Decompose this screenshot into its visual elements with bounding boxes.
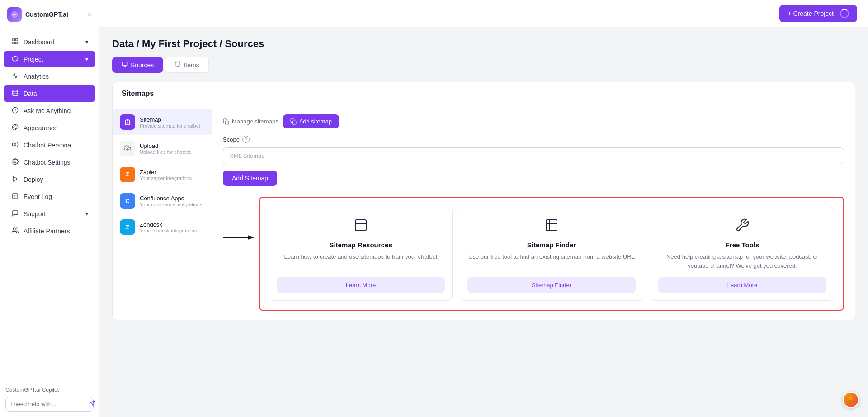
support-label: Support bbox=[24, 210, 46, 218]
cards-section: Sitemap Resources Learn how to create an… bbox=[259, 197, 844, 311]
add-sitemap-submit-button[interactable]: Add Sitemap bbox=[223, 171, 277, 186]
sidebar-item-project[interactable]: Project ▾ bbox=[4, 51, 95, 67]
panel-body: Sitemap Provide sitemap for chatbot. Upl… bbox=[113, 105, 855, 320]
svg-rect-27 bbox=[292, 121, 296, 124]
upload-nav-text: Upload Upload files for chatbot. bbox=[140, 142, 192, 155]
chatbot-persona-icon bbox=[11, 141, 19, 149]
sidebar-item-event-log[interactable]: Event Log bbox=[4, 189, 95, 205]
free-tools-title: Free Tools bbox=[726, 241, 760, 249]
panel-title: Sitemaps bbox=[122, 90, 846, 98]
panel-nav-zendesk[interactable]: Z Zendesk Your zendesk integrations. bbox=[113, 214, 212, 240]
sidebar-item-chatbot-persona[interactable]: Chatbot Persona bbox=[4, 137, 95, 153]
chevron-down-icon: ▾ bbox=[85, 39, 88, 45]
sitemap-resources-btn[interactable]: Learn More bbox=[277, 277, 445, 293]
svg-point-30 bbox=[849, 396, 853, 400]
scope-row: Scope ? bbox=[223, 136, 844, 143]
panel-nav-upload[interactable]: Upload Upload files for chatbot. bbox=[113, 135, 212, 161]
add-sitemap-button[interactable]: Add sitemap bbox=[283, 114, 339, 128]
arrow-indicator bbox=[223, 197, 259, 242]
sitemap-finder-title: Sitemap Finder bbox=[527, 241, 576, 249]
analytics-icon bbox=[11, 72, 19, 81]
user-avatar[interactable] bbox=[843, 392, 859, 408]
copilot-input-wrap bbox=[5, 397, 94, 412]
bell-icon[interactable]: ○ bbox=[87, 10, 92, 19]
svg-marker-29 bbox=[248, 235, 255, 240]
appearance-icon bbox=[11, 124, 19, 132]
manage-icon bbox=[223, 118, 229, 125]
sitemap-finder-icon bbox=[544, 218, 559, 236]
main-panel: Sitemaps Sitemap Provide sitemap for cha… bbox=[112, 82, 855, 320]
sidebar-item-dashboard[interactable]: Dashboard ▾ bbox=[4, 34, 95, 50]
analytics-label: Analytics bbox=[24, 73, 49, 80]
card-free-tools: Free Tools Need help creating a sitemap … bbox=[651, 207, 834, 301]
sidebar-item-analytics[interactable]: Analytics bbox=[4, 68, 95, 85]
svg-rect-4 bbox=[15, 42, 17, 44]
zapier-nav-text: Zapier Your zapier integrations. bbox=[140, 169, 193, 181]
manage-sitemaps-button[interactable]: Manage sitemaps bbox=[223, 118, 278, 125]
tab-sources[interactable]: Sources bbox=[112, 57, 163, 73]
sidebar-item-data[interactable]: Data bbox=[4, 85, 95, 102]
svg-point-11 bbox=[13, 128, 14, 128]
create-project-button[interactable]: + Create Project bbox=[779, 5, 857, 22]
chevron-down-icon: ▾ bbox=[85, 211, 88, 217]
svg-point-18 bbox=[13, 228, 15, 230]
sitemap-resources-icon bbox=[354, 218, 368, 236]
panel-right-header: Manage sitemaps Add sitemap bbox=[223, 114, 844, 128]
svg-marker-14 bbox=[13, 176, 17, 181]
sitemap-finder-btn[interactable]: Sitemap Finder bbox=[467, 277, 636, 293]
panel-nav-sitemap[interactable]: Sitemap Provide sitemap for chatbot. bbox=[113, 109, 212, 135]
logo-icon bbox=[7, 7, 22, 22]
svg-point-13 bbox=[14, 161, 16, 163]
svg-point-0 bbox=[11, 11, 18, 18]
tabs-bar: Sources Items bbox=[112, 57, 855, 73]
copilot-send-icon[interactable] bbox=[89, 400, 95, 408]
event-log-label: Event Log bbox=[24, 193, 52, 200]
zendesk-nav-icon: Z bbox=[120, 219, 135, 235]
items-tab-icon bbox=[175, 61, 181, 69]
sidebar-item-chatbot-settings[interactable]: Chatbot Settings bbox=[4, 154, 95, 171]
sitemap-nav-text: Sitemap Provide sitemap for chatbot. bbox=[140, 116, 202, 128]
scope-help-icon[interactable]: ? bbox=[242, 136, 250, 143]
avatar-image bbox=[845, 394, 856, 405]
sitemap-url-input[interactable] bbox=[223, 147, 844, 164]
scope-label: Scope bbox=[223, 136, 240, 143]
logo-text: CustomGPT.ai bbox=[25, 11, 68, 18]
zendesk-nav-text: Zendesk Your zendesk integrations. bbox=[140, 221, 198, 233]
sidebar-item-affiliate-partners[interactable]: Affiliate Partners bbox=[4, 223, 95, 239]
copilot-input[interactable] bbox=[10, 401, 86, 408]
free-tools-btn[interactable]: Learn More bbox=[658, 277, 826, 293]
sidebar-item-deploy[interactable]: Deploy bbox=[4, 171, 95, 188]
svg-point-9 bbox=[16, 127, 17, 127]
add-sitemap-submit-label: Add Sitemap bbox=[232, 175, 268, 182]
sidebar-item-appearance[interactable]: Appearance bbox=[4, 120, 95, 136]
sidebar-logo: CustomGPT.ai ○ bbox=[0, 0, 99, 29]
sidebar-nav: Dashboard ▾ Project ▾ Analytics Data bbox=[0, 29, 99, 381]
panel-header: Sitemaps bbox=[113, 82, 855, 105]
sidebar-item-ask-me-anything[interactable]: Ask Me Anything bbox=[4, 103, 95, 119]
panel-sidebar: Sitemap Provide sitemap for chatbot. Upl… bbox=[113, 105, 212, 320]
chatbot-persona-label: Chatbot Persona bbox=[24, 142, 71, 149]
affiliate-icon bbox=[11, 227, 19, 235]
sources-tab-icon bbox=[122, 61, 128, 69]
ask-icon bbox=[11, 107, 19, 115]
chatbot-settings-icon bbox=[11, 158, 19, 166]
data-icon bbox=[11, 90, 19, 98]
sidebar-item-support[interactable]: Support ▾ bbox=[4, 206, 95, 222]
items-tab-label: Items bbox=[184, 62, 199, 69]
svg-point-8 bbox=[15, 126, 16, 126]
panel-nav-confluence[interactable]: C Confluence Apps Your confluence integr… bbox=[113, 188, 212, 214]
panel-nav-zapier[interactable]: Z Zapier Your zapier integrations. bbox=[113, 161, 212, 188]
deploy-label: Deploy bbox=[24, 176, 43, 183]
copilot-label: CustomGPT.ai Copilot bbox=[5, 387, 94, 393]
panel-right: Manage sitemaps Add sitemap Scope ? Ad bbox=[212, 105, 855, 320]
svg-rect-21 bbox=[122, 62, 127, 66]
cards-area: Sitemap Resources Learn how to create an… bbox=[223, 197, 844, 311]
topbar: + Create Project bbox=[99, 0, 868, 27]
sitemap-resources-btn-label: Learn More bbox=[346, 282, 376, 289]
svg-point-12 bbox=[14, 144, 16, 146]
sitemap-finder-btn-label: Sitemap Finder bbox=[532, 282, 571, 289]
appearance-label: Appearance bbox=[24, 124, 58, 132]
main-content: + Create Project Data / My First Project… bbox=[99, 0, 868, 417]
create-project-label: + Create Project bbox=[788, 10, 834, 17]
tab-items[interactable]: Items bbox=[165, 57, 208, 73]
